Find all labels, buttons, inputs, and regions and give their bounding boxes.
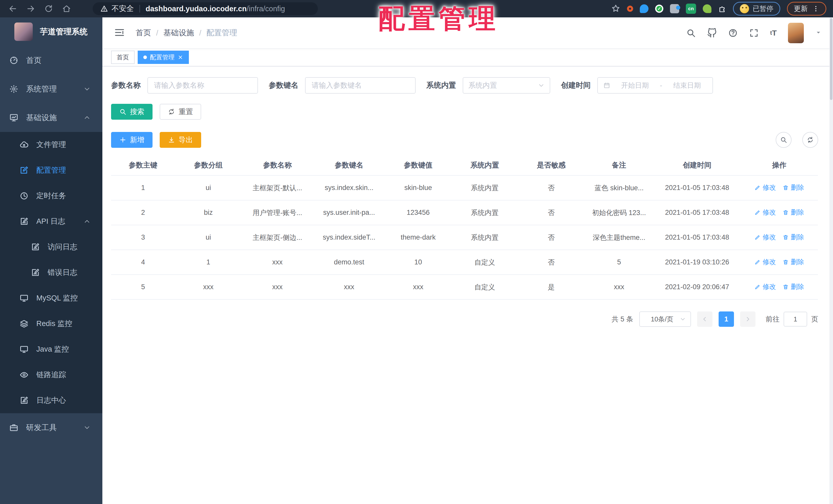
delete-link[interactable]: 删除: [783, 257, 804, 267]
sidebar-item[interactable]: MySQL 监控: [0, 285, 102, 311]
sidebar-item[interactable]: Redis 监控: [0, 311, 102, 336]
column-header: 参数分组: [175, 155, 242, 175]
page-size-select[interactable]: 10条/页: [639, 311, 691, 327]
sidebar-toggle-button[interactable]: [114, 27, 125, 39]
sidebar-item[interactable]: 系统管理: [0, 75, 102, 103]
security-label: 不安全: [112, 4, 134, 14]
scrollbar[interactable]: [829, 17, 833, 504]
trash-icon: [783, 284, 789, 290]
edit-link[interactable]: 修改: [755, 233, 776, 242]
extension-icon[interactable]: [670, 4, 679, 13]
table-cell: 主框架页-默认...: [242, 175, 313, 200]
forward-button[interactable]: [25, 3, 37, 15]
app-logo-row[interactable]: 芋道管理系统: [0, 17, 102, 46]
address-divider: [140, 5, 140, 12]
user-avatar[interactable]: [788, 23, 804, 43]
scrollbar-thumb[interactable]: [830, 18, 832, 100]
url-path: /infra/config: [247, 5, 285, 13]
table-cell: 10: [385, 250, 451, 275]
sidebar-item[interactable]: 文件管理: [0, 132, 102, 157]
bookmark-star-icon[interactable]: [611, 4, 620, 14]
delete-link[interactable]: 删除: [783, 282, 804, 291]
table-cell: 初始化密码 123...: [585, 200, 653, 225]
main-content: 参数名称 参数键名 系统内置 系统内置: [102, 67, 833, 327]
refresh-table-button[interactable]: [802, 132, 818, 148]
browser-menu-icon[interactable]: [812, 5, 819, 12]
sidebar-item[interactable]: 访问日志: [0, 234, 102, 260]
tag-home[interactable]: 首页: [111, 51, 135, 64]
extension-icon[interactable]: [703, 4, 711, 13]
reload-button[interactable]: [43, 3, 55, 15]
sidebar-item[interactable]: 错误日志: [0, 260, 102, 285]
extension-icon[interactable]: [640, 4, 648, 13]
sidebar-item[interactable]: 基础设施: [0, 103, 102, 132]
breadcrumb-item[interactable]: 基础设施: [163, 28, 194, 38]
builtin-select[interactable]: 系统内置: [463, 77, 550, 94]
table-row: 41xxxdemo.test10自定义否52021-01-19 03:10:26…: [111, 250, 818, 275]
add-button[interactable]: 新增: [111, 132, 152, 148]
extensions-puzzle-icon[interactable]: [718, 5, 726, 13]
active-dot-icon: [143, 55, 147, 59]
delete-link[interactable]: 删除: [783, 233, 804, 242]
github-button[interactable]: [707, 28, 717, 38]
param-name-input[interactable]: [147, 77, 258, 94]
app-logo: [14, 23, 33, 41]
pencil-icon: [755, 234, 761, 241]
export-button[interactable]: 导出: [160, 132, 201, 148]
extension-icon[interactable]: ✓: [655, 5, 663, 13]
search-icon: [780, 136, 787, 144]
pencil-icon: [755, 209, 761, 216]
table-cell: 5: [585, 250, 653, 275]
goto-page-input[interactable]: [784, 312, 807, 327]
edit-link[interactable]: 修改: [755, 282, 776, 291]
address-bar[interactable]: 不安全 dashboard.yudao.iocoder.cn /infra/co…: [93, 2, 318, 15]
reset-button[interactable]: 重置: [160, 104, 201, 120]
select-placeholder: 系统内置: [468, 80, 538, 90]
sidebar-item[interactable]: 链路追踪: [0, 362, 102, 388]
sidebar-item[interactable]: 配置管理: [0, 157, 102, 183]
back-button[interactable]: [7, 3, 19, 15]
sidebar-item[interactable]: 研发工具: [0, 413, 102, 442]
close-icon[interactable]: [177, 54, 183, 60]
overlay-title: 配置管理: [378, 1, 499, 37]
param-key-input[interactable]: [305, 77, 415, 94]
edit-link[interactable]: 修改: [755, 183, 776, 192]
breadcrumb-item: 配置管理: [207, 28, 237, 38]
breadcrumb-item[interactable]: 首页: [136, 28, 151, 38]
tag-label: 首页: [117, 53, 129, 61]
table-cell: 用户管理-账号...: [242, 200, 313, 225]
caret-down-icon[interactable]: [815, 29, 822, 37]
chevron-left-icon: [701, 316, 708, 323]
font-size-icon[interactable]: tT: [770, 29, 777, 37]
page-number-button[interactable]: 1: [719, 311, 734, 327]
toggle-search-button[interactable]: [776, 132, 791, 148]
help-button[interactable]: [728, 28, 738, 38]
sidebar-item[interactable]: Java 监控: [0, 336, 102, 362]
column-header: 备注: [585, 155, 653, 175]
prev-page-button[interactable]: [697, 311, 712, 327]
browser-update-button[interactable]: 更新: [787, 2, 826, 16]
search-submit-button[interactable]: 搜索: [111, 104, 152, 120]
main-area: 首页/基础设施/配置管理 tT 首页 配置管理: [102, 17, 833, 504]
extension-paused-badge[interactable]: 已暂停: [733, 2, 780, 16]
delete-link[interactable]: 删除: [783, 183, 804, 192]
table-cell: 2021-01-19 03:10:26: [653, 250, 741, 275]
date-range-picker[interactable]: 开始日期 - 结束日期: [597, 77, 713, 94]
edit-link[interactable]: 修改: [755, 208, 776, 217]
browser-home-button[interactable]: [61, 3, 73, 15]
fullscreen-button[interactable]: [749, 28, 759, 38]
sidebar-item[interactable]: 首页: [0, 46, 102, 75]
table-cell: ui: [175, 175, 242, 200]
search-button[interactable]: [686, 28, 696, 38]
sidebar-item[interactable]: 定时任务: [0, 183, 102, 209]
table-cell: 1: [111, 175, 175, 200]
edit-link[interactable]: 修改: [755, 257, 776, 267]
next-page-button[interactable]: [740, 311, 756, 327]
log-icon: [31, 268, 40, 277]
sidebar-item[interactable]: 日志中心: [0, 388, 102, 413]
sidebar-item[interactable]: API 日志: [0, 209, 102, 234]
extension-icon[interactable]: [686, 4, 696, 14]
tag-config-active[interactable]: 配置管理: [138, 51, 189, 64]
delete-link[interactable]: 删除: [783, 208, 804, 217]
extension-icon[interactable]: [627, 6, 633, 12]
